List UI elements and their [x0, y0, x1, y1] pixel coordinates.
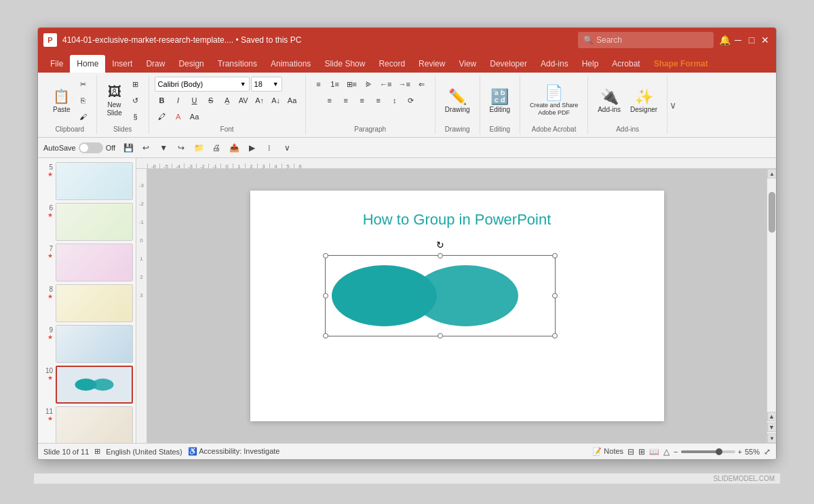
present-button[interactable]: ▶ [244, 140, 259, 155]
open-folder-button[interactable]: 📁 [191, 140, 206, 155]
tab-view[interactable]: View [452, 55, 483, 73]
close-button[interactable]: ✕ [760, 35, 771, 45]
rotate-handle[interactable]: ↻ [435, 239, 446, 250]
scrollbar-thumb[interactable] [769, 192, 775, 233]
undo-button[interactable]: ↩ [138, 140, 153, 155]
slide-item-6[interactable]: 6★ [41, 203, 133, 241]
cut-button[interactable]: ✂ [76, 77, 91, 92]
increase-size-button[interactable]: A↑ [252, 93, 267, 108]
fit-slide-button[interactable]: ⤢ [764, 447, 771, 457]
align-right-button[interactable]: ≡ [355, 93, 370, 108]
tab-file[interactable]: File [43, 55, 70, 73]
highlight-button[interactable]: 🖍 [155, 109, 170, 124]
bullets-button[interactable]: ≡ [311, 77, 326, 92]
notes-button[interactable]: 📝 Notes [592, 447, 623, 456]
underline-button[interactable]: U [187, 93, 202, 108]
handle-bottom-center[interactable] [438, 333, 443, 338]
clear-format-button[interactable]: Aa [285, 93, 300, 108]
tab-help[interactable]: Help [575, 55, 606, 73]
slide-thumb-9[interactable] [56, 325, 133, 363]
minimize-button[interactable]: ─ [733, 35, 743, 45]
columns-button[interactable]: ⫸ [361, 77, 376, 92]
font-color2-button[interactable]: Aa [187, 109, 202, 124]
tab-insert[interactable]: Insert [105, 55, 139, 73]
qa-customize-button[interactable]: ∨ [279, 140, 294, 155]
decrease-indent-button[interactable]: ←≡ [377, 77, 394, 92]
presenter-view-button[interactable]: △ [663, 447, 670, 457]
handle-bottom-left[interactable] [323, 333, 328, 338]
tab-acrobat[interactable]: Acrobat [605, 55, 646, 73]
shapes-group[interactable]: ↻ [325, 255, 556, 336]
multilevel-button[interactable]: ⊞≡ [344, 77, 360, 92]
slide-thumb-6[interactable] [56, 203, 133, 241]
handle-top-center[interactable] [438, 253, 443, 258]
tab-draw[interactable]: Draw [139, 55, 172, 73]
language-label[interactable]: English (United States) [106, 448, 182, 456]
handle-bottom-right[interactable] [552, 333, 558, 338]
tab-addins[interactable]: Add-ins [534, 55, 575, 73]
slide-item-11[interactable]: 11★ [41, 406, 133, 443]
align-left-button[interactable]: ≡ [322, 93, 337, 108]
search-input[interactable] [596, 35, 705, 45]
section-button[interactable]: § [128, 109, 143, 124]
undo-dropdown[interactable]: ▼ [156, 140, 171, 155]
create-share-pdf-button[interactable]: 📄 Create and ShareAdobe PDF [526, 81, 582, 120]
slide-thumb-7[interactable] [56, 244, 133, 282]
slide-thumb-8[interactable] [56, 284, 133, 322]
tab-transitions[interactable]: Transitions [211, 55, 264, 73]
slide-thumb-10[interactable] [56, 366, 133, 404]
font-color-button[interactable]: A [171, 109, 186, 124]
autosave-switch[interactable] [79, 142, 103, 153]
tab-home[interactable]: Home [70, 55, 105, 73]
zoom-in-button[interactable]: + [738, 448, 742, 456]
slide-sorter-button[interactable]: ⊞ [638, 447, 645, 457]
slide-item-9[interactable]: 9★ [41, 325, 133, 363]
increase-indent-button[interactable]: →≡ [395, 77, 412, 92]
char-spacing-button[interactable]: AV [236, 93, 251, 108]
slide-thumb-5[interactable] [56, 162, 133, 200]
drawing-button[interactable]: ✏️ Drawing [441, 81, 474, 120]
tab-review[interactable]: Review [412, 55, 452, 73]
decrease-size-button[interactable]: A↓ [269, 93, 284, 108]
zoom-level[interactable]: 55% [745, 448, 760, 456]
slide-item-10[interactable]: 10★ [41, 366, 133, 404]
slide-item-5[interactable]: 5★ [41, 162, 133, 200]
font-name-selector[interactable]: Calibri (Body) ▼ [155, 77, 250, 92]
rtl-button[interactable]: ⇐ [414, 77, 429, 92]
line-spacing-button[interactable]: ↕ [387, 93, 402, 108]
editing-button[interactable]: 🔡 Editing [486, 81, 515, 120]
maximize-button[interactable]: □ [746, 35, 757, 45]
ribbon-expand-button[interactable]: ∨ [667, 75, 678, 134]
zoom-out-button[interactable]: − [674, 448, 678, 456]
text-direction-button[interactable]: ⟳ [404, 93, 419, 108]
tab-animations[interactable]: Animations [264, 55, 317, 73]
tab-slideshow[interactable]: Slide Show [317, 55, 372, 73]
print-button[interactable]: 🖨 [209, 140, 224, 155]
bold-button[interactable]: B [155, 93, 170, 108]
scroll-up-button[interactable]: ▲ [767, 169, 776, 178]
shadow-button[interactable]: A̤ [220, 93, 235, 108]
search-box[interactable]: 🔍 [578, 32, 714, 48]
quick-print-button[interactable]: 📤 [227, 140, 241, 155]
strikethrough-button[interactable]: S [204, 93, 218, 108]
zoom-slider-thumb[interactable] [716, 448, 722, 455]
qa-more-button[interactable]: ⫶ [262, 140, 277, 155]
new-slide-button[interactable]: 🖼 NewSlide [102, 81, 127, 120]
handle-top-left[interactable] [323, 253, 328, 258]
redo-button[interactable]: ↪ [174, 140, 189, 155]
tab-shape-format[interactable]: Shape Format [647, 55, 715, 73]
accessibility-label[interactable]: ♿ Accessibility: Investigate [188, 447, 280, 456]
slide-item-7[interactable]: 7★ [41, 244, 133, 282]
tab-developer[interactable]: Developer [483, 55, 534, 73]
normal-view-button[interactable]: ⊟ [627, 447, 634, 457]
handle-middle-left[interactable] [323, 293, 328, 298]
zoom-down-btn[interactable]: ▼ [767, 423, 777, 432]
justify-button[interactable]: ≡ [371, 93, 386, 108]
paste-button[interactable]: 📋 Paste [49, 81, 75, 120]
numbering-button[interactable]: 1≡ [328, 77, 343, 92]
layout-button[interactable]: ⊞ [128, 77, 143, 92]
handle-middle-right[interactable] [552, 293, 558, 298]
italic-button[interactable]: I [171, 93, 186, 108]
handle-top-right[interactable] [552, 253, 558, 258]
canvas-area[interactable]: How to Group in PowerPoint [147, 169, 767, 443]
